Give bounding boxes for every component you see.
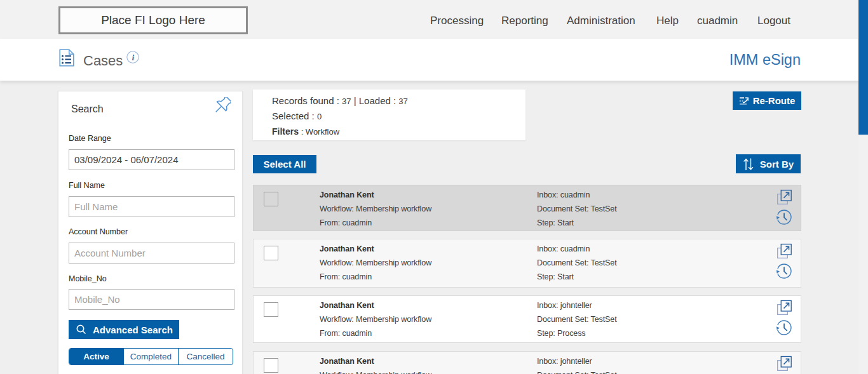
svg-text:i: i bbox=[132, 53, 135, 62]
